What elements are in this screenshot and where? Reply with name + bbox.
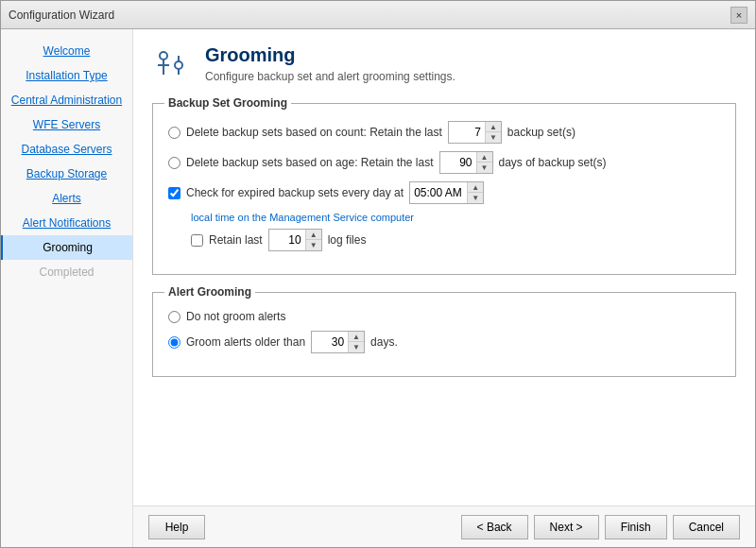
time-spinner-buttons: ▲ ▼ [467,182,483,203]
do-not-groom-row: Do not groom alerts [168,310,720,323]
configuration-wizard-window: Configuration Wizard × Welcome Installat… [0,0,756,548]
check-expired-checkbox[interactable] [168,187,180,199]
header-text: Grooming Configure backup set and alert … [205,44,455,83]
backup-set-grooming-content: Delete backup sets based on count: Retai… [168,121,720,251]
retain-last-checkbox[interactable] [191,234,203,247]
groom-older-spinner-buttons: ▲ ▼ [348,332,364,352]
sidebar-item-welcome[interactable]: Welcome [1,39,132,63]
alert-grooming-content: Do not groom alerts Groom alerts older t… [168,310,720,353]
close-button[interactable]: × [730,7,747,24]
sidebar-item-installation-type[interactable]: Installation Type [1,63,132,88]
main-content: Welcome Installation Type Central Admini… [1,29,755,547]
sidebar-item-grooming[interactable]: Grooming [1,235,132,260]
back-button[interactable]: < Back [461,515,528,539]
hint-text: local time on the Management Service com… [191,212,720,223]
alert-grooming-legend: Alert Grooming [164,285,255,299]
groom-older-label: Groom alerts older than [186,335,305,349]
delete-by-age-label: Delete backup sets based on age: Retain … [186,156,434,169]
retain-down-button[interactable]: ▼ [306,240,321,250]
delete-by-count-row: Delete backup sets based on count: Retai… [168,121,720,144]
retain-last-row: Retain last 10 ▲ ▼ log files [191,229,720,251]
svg-point-3 [175,61,182,69]
help-button[interactable]: Help [148,515,205,539]
backup-set-grooming-legend: Backup Set Grooming [164,96,291,110]
svg-point-0 [160,52,167,60]
groom-older-radio[interactable] [168,336,180,349]
groom-older-spinner: 30 ▲ ▼ [311,331,365,353]
groom-older-row: Groom alerts older than 30 ▲ ▼ days. [168,331,720,353]
retain-up-button[interactable]: ▲ [306,230,321,240]
check-expired-label: Check for expired backup sets every day … [186,186,404,199]
do-not-groom-radio[interactable] [168,311,180,323]
retain-suffix: log files [328,233,367,247]
next-button[interactable]: Next > [534,515,599,539]
time-spinner: 05:00 AM ▲ ▼ [409,181,484,204]
delete-by-count-radio[interactable] [168,127,180,139]
cancel-button[interactable]: Cancel [673,515,740,539]
footer: Help < Back Next > Finish Cancel [133,505,755,547]
backup-set-grooming-section: Backup Set Grooming Delete backup sets b… [152,103,736,275]
age-up-button[interactable]: ▲ [477,152,492,163]
groom-older-down-button[interactable]: ▼ [349,342,364,352]
page-subtitle: Configure backup set and alert grooming … [205,70,455,83]
content-header: Grooming Configure backup set and alert … [133,29,755,94]
count-down-button[interactable]: ▼ [486,132,501,143]
title-bar-text: Configuration Wizard [9,9,114,22]
sidebar-item-alerts[interactable]: Alerts [1,186,132,211]
count-up-button[interactable]: ▲ [486,122,501,132]
groom-older-up-button[interactable]: ▲ [349,332,364,342]
retain-spinner: 10 ▲ ▼ [268,229,322,251]
sidebar-item-completed: Completed [1,260,132,284]
sidebar-item-wfe-servers[interactable]: WFE Servers [1,112,132,137]
wizard-icon [152,46,190,84]
age-suffix: days of backup set(s) [499,156,607,169]
count-spinner-buttons: ▲ ▼ [485,122,501,143]
time-up-button[interactable]: ▲ [468,182,483,193]
check-expired-row: Check for expired backup sets every day … [168,181,720,204]
title-bar: Configuration Wizard × [1,1,755,29]
sidebar-item-alert-notifications[interactable]: Alert Notifications [1,211,132,235]
finish-button[interactable]: Finish [605,515,667,539]
delete-by-age-radio[interactable] [168,157,180,169]
alert-grooming-section: Alert Grooming Do not groom alerts [152,292,736,377]
count-input[interactable]: 7 [449,122,485,143]
sidebar-item-central-admin[interactable]: Central Administration [1,88,132,112]
age-down-button[interactable]: ▼ [477,163,492,173]
delete-by-age-row: Delete backup sets based on age: Retain … [168,151,720,174]
page-title: Grooming [205,44,455,66]
retain-input[interactable]: 10 [269,230,305,250]
age-spinner: 90 ▲ ▼ [439,151,493,174]
sidebar: Welcome Installation Type Central Admini… [1,29,133,547]
content-area: Grooming Configure backup set and alert … [133,29,755,547]
groom-older-suffix: days. [370,335,398,349]
sidebar-item-database-servers[interactable]: Database Servers [1,137,132,162]
content-body: Backup Set Grooming Delete backup sets b… [133,94,755,505]
sidebar-item-backup-storage[interactable]: Backup Storage [1,162,132,186]
time-down-button[interactable]: ▼ [468,193,483,203]
do-not-groom-label: Do not groom alerts [186,310,285,323]
count-spinner: 7 ▲ ▼ [448,121,502,144]
count-suffix: backup set(s) [507,126,576,139]
retain-last-label: Retain last [209,233,263,247]
groom-older-input[interactable]: 30 [312,332,348,352]
delete-by-count-label: Delete backup sets based on count: Retai… [186,126,442,139]
retain-spinner-buttons: ▲ ▼ [305,230,321,250]
age-spinner-buttons: ▲ ▼ [476,152,492,173]
time-input[interactable]: 05:00 AM [410,182,467,203]
age-input[interactable]: 90 [440,152,476,173]
